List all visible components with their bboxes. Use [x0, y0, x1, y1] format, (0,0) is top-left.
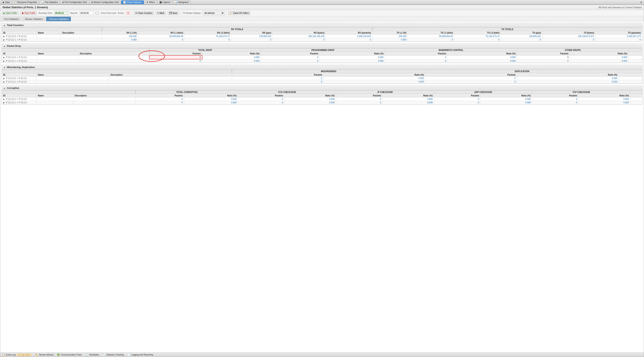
- scheduler-item[interactable]: 🕐 Scheduler: [85, 353, 99, 356]
- tab-stream-config[interactable]: ⊞ Stream Configuration Grid: [89, 0, 121, 4]
- stop-traffic-label: Stop Traffic: [24, 12, 35, 14]
- table-row[interactable]: ▶ P-12-11-0 -> P-12-11- 3 0.000 0 0.: [2, 56, 642, 59]
- tc-row2-txl1bits: 0: [408, 38, 454, 42]
- tab-port-statistics[interactable]: Port Statistics: [2, 17, 22, 21]
- tc-row2-rxpackets: 0: [326, 38, 372, 42]
- mis-row2-desc: [109, 80, 232, 84]
- pd-row1-total-ratio: 0.000: [202, 56, 261, 59]
- save-button[interactable]: 💾 Save: [168, 11, 179, 15]
- cor-row2-name: [36, 101, 74, 104]
- tc-row1-txbytes: 196,198,871,872: [542, 35, 596, 38]
- cor-ip-header: IP CHECKSUM: [336, 90, 434, 94]
- tab-stream-config-label: Stream Configuration Grid: [94, 1, 119, 4]
- pd-row2-desc: [78, 59, 149, 63]
- corruption-header: ▲ Corruption: [2, 86, 642, 90]
- pd-bandwidth-control-header: BANDWIDTH CONTROL: [385, 48, 517, 52]
- global-stats-icon: 📈: [123, 1, 126, 4]
- cor-row1-extra: [630, 98, 642, 101]
- table-row[interactable]: ▶ P-12-11-1 -> P-12-11- 0.000 0 0 0 0 0 …: [2, 38, 642, 42]
- event-log-item[interactable]: 📋 Event Log 46 new events: [2, 353, 32, 356]
- logging-reporting-item[interactable]: 📄 Logging and Reporting: [127, 353, 153, 356]
- table-row[interactable]: ▶ P-12-11-0 -> P-12-11- 100.000 99,999,8…: [2, 35, 642, 38]
- event-log-label: Event Log: [6, 354, 16, 356]
- tc-row1-txpackets: 3,065,607,373: [596, 35, 642, 38]
- tab-capture[interactable]: 🎥 Capture: [157, 0, 172, 4]
- mis-row1-name: [36, 77, 109, 80]
- tc-row1-txl1bits: 99,999,864,65: [408, 35, 454, 38]
- pd-row1-bw-ratio: 0.000: [448, 56, 517, 59]
- cor-ip-ratio-header: Ratio (%): [382, 94, 434, 98]
- mis-id-header: ID: [2, 73, 36, 77]
- table-row[interactable]: ▶ P-12-11-1 -> P-12-11- 0 0.000 0 0.000 …: [2, 101, 642, 104]
- chimera-statistics-tab-label: Chimera Statistics: [49, 18, 68, 20]
- running-time-input[interactable]: [54, 11, 68, 15]
- mis-header: MISORDERING: [232, 70, 425, 73]
- stop-traffic-button[interactable]: ⏹ Stop Traffic: [20, 11, 37, 15]
- logging-reporting-label: Logging and Reporting: [131, 354, 153, 356]
- tab-port-statistics[interactable]: 📊 Port Statistics: [40, 0, 60, 4]
- pd-row2-expand[interactable]: ▶ P-12-11-1 -> P-12-11-: [2, 59, 36, 63]
- tx-stream-display-select[interactable]: All defined Active only None: [203, 11, 224, 15]
- clean-rx-filters-button[interactable]: 🧹 Clean RX Filters: [228, 11, 250, 15]
- tc-row2-txpackets: 0: [596, 38, 642, 42]
- tab-histograms[interactable]: 📊 Histograms: [172, 0, 191, 4]
- dup-pkts-header: Packets: [425, 73, 517, 77]
- pd-row1-expand[interactable]: ▶ P-12-11-0 -> P-12-11-: [2, 56, 36, 59]
- table-row[interactable]: ▶ P-12-11-1 -> P-12-11- 0 0.000 0 0.000 …: [2, 59, 642, 63]
- clear-counters-button[interactable]: ⟳ Clear Counters: [134, 11, 154, 15]
- tc-row1-desc: [61, 35, 102, 38]
- misordering-toggle[interactable]: ▲: [4, 66, 6, 68]
- mark-button[interactable]: ✎ Mark: [156, 11, 166, 15]
- mis-row2-expand[interactable]: ▶ P-12-11-1 -> P-12-11-: [2, 80, 36, 84]
- cor-fcs-ratio-header: Ratio (%): [284, 94, 336, 98]
- mis-pkts-header: Packets: [232, 73, 324, 77]
- packet-drop-toggle[interactable]: ▲: [4, 45, 6, 47]
- tc-row2-rxl1pct: 0.000: [102, 38, 138, 42]
- tc-row1-rxpackets: 3,065,533,832: [326, 35, 372, 38]
- total-counters-toggle[interactable]: ▲: [4, 24, 6, 26]
- tab-stream-statistics[interactable]: Stream Statistics: [22, 17, 46, 21]
- cor-row2-expand[interactable]: ▶ P-12-11-1 -> P-12-11-: [2, 101, 36, 104]
- event-count-badge: 46 new events: [16, 354, 32, 356]
- cor-row1-name: [36, 98, 74, 101]
- pd-other-ratio-header: Ratio (%): [570, 52, 628, 56]
- dup-header: DUPLICATION: [425, 70, 619, 73]
- tc-row2-desc: [61, 38, 102, 42]
- cor-row1-expand[interactable]: ▶ P-12-11-0 -> P-12-11-: [2, 98, 36, 101]
- tab-filters[interactable]: ▼ Filters: [144, 0, 157, 4]
- pd-name-header: Name: [36, 52, 78, 56]
- start-traffic-button[interactable]: ▶ Start Traffic: [2, 11, 18, 15]
- stream-wizard-item[interactable]: ✏️ Stream Wizard: [35, 353, 53, 356]
- tc-row1-expand[interactable]: ▶ P-12-11-0 -> P-12-11-: [2, 35, 36, 38]
- table-row[interactable]: ▶ P-12-11-0 -> P-12-11- 0 0.000 0 0.000: [2, 77, 642, 80]
- corruption-toggle[interactable]: ▲: [4, 87, 6, 89]
- tab-start[interactable]: ▶ Start: [1, 0, 12, 4]
- toolbar-separator-1: [132, 11, 132, 15]
- stop-at-input[interactable]: [80, 11, 94, 15]
- cor-row1-tot-ratio: 0.000: [184, 98, 238, 101]
- cor-total-header: TOTAL CORRUPTED: [136, 90, 238, 94]
- close-button[interactable]: ✕: [639, 1, 643, 4]
- tab-resource-properties[interactable]: 📋 Resource Properties: [12, 0, 39, 4]
- running-time-label: Running Time:: [38, 12, 52, 14]
- misordering-table: MISORDERING DUPLICATION ID Name Descript…: [2, 70, 642, 84]
- table-row[interactable]: ▶ P-12-11-1 -> P-12-11- 0 0.000 0 0.000: [2, 80, 642, 84]
- pd-row2-prog-ratio: 0.000: [320, 59, 385, 63]
- tab-chimera-statistics[interactable]: Chimera Statistics: [46, 17, 71, 21]
- tc-row2-name: [36, 38, 61, 42]
- tab-global-statistics[interactable]: 📈 Global Statistics: [121, 0, 144, 4]
- table-row[interactable]: ▶ P-12-11-0 -> P-12-11- 0 0.000 0 0.000 …: [2, 98, 642, 101]
- toolbar-separator-2: [180, 11, 181, 15]
- port-config-icon: ⊞: [62, 1, 64, 4]
- event-log-icon: 📋: [2, 353, 5, 356]
- resource-properties-icon: 📋: [14, 1, 17, 4]
- communication-trace-item[interactable]: 🌿 Communication Trace: [57, 353, 82, 356]
- pd-row1-other-ratio: 0.000: [570, 56, 628, 59]
- mis-row1-expand[interactable]: ▶ P-12-11-0 -> P-12-11-: [2, 77, 36, 80]
- mis-row2-mis-ratio: 0.000: [324, 80, 425, 84]
- cor-row2-udp-ratio: 0.000: [480, 101, 532, 104]
- tab-port-config[interactable]: ⊞ Port Configuration Grid: [60, 0, 89, 4]
- tc-row2-expand[interactable]: ▶ P-12-11-1 -> P-12-11-: [2, 38, 36, 42]
- force-port-limit-checkbox[interactable]: [96, 12, 98, 14]
- statistics-charting-item[interactable]: 📉 Statistics Charting: [102, 353, 124, 356]
